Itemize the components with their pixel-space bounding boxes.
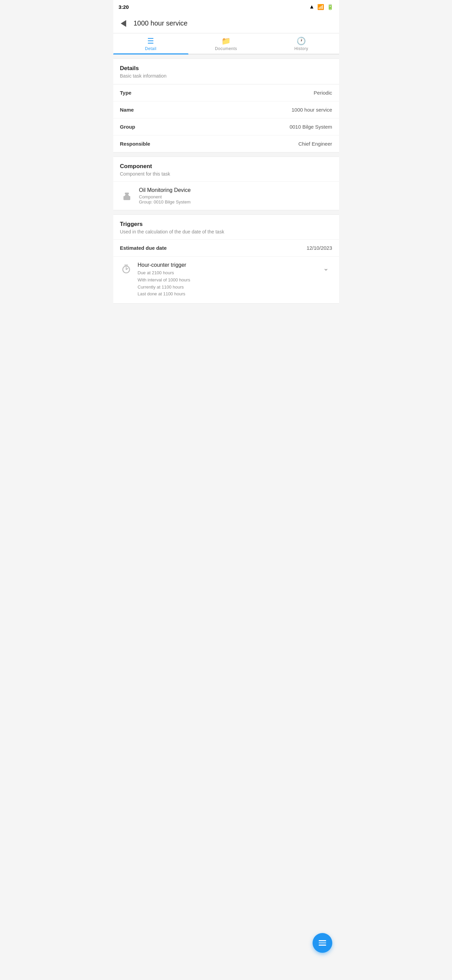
component-title: Component [120,163,332,170]
tab-history[interactable]: 🕐 History [263,33,339,54]
tab-bar: ☰ Detail 📁 Documents 🕐 History [113,33,339,54]
details-section-header: Details Basic task information [113,59,339,84]
due-date-label: Estimated due date [120,245,167,251]
field-responsible-row: Responsible Chief Engineer [113,135,339,152]
field-group-value: 0010 Bilge System [289,124,332,130]
component-group: Group: 0010 Bilge System [139,199,332,205]
field-name-value: 1000 hour service [292,107,332,113]
page-title: 1000 hour service [134,19,188,27]
component-name: Oil Monitoring Device [139,187,332,193]
trigger-item: Hour-counter trigger Due at 2100 hours W… [113,256,339,303]
tab-detail-label: Detail [145,46,157,51]
tab-detail-icon: ☰ [147,37,154,45]
component-info: Oil Monitoring Device Component Group: 0… [139,187,332,205]
field-name-row: Name 1000 hour service [113,102,339,118]
field-type-row: Type Periodic [113,84,339,102]
trigger-name: Hour-counter trigger [138,262,315,268]
field-responsible-label: Responsible [120,141,150,147]
status-time: 3:20 [119,4,129,10]
wifi-icon: ▲ [309,4,315,10]
due-date-row: Estimated due date 12/10/2023 [113,240,339,256]
field-type-value: Periodic [314,90,332,95]
triggers-subtitle: Used in the calculation of the due date … [120,229,332,234]
field-name-label: Name [120,107,134,113]
signal-icon: 📶 [317,4,324,10]
field-group-label: Group [120,124,135,130]
status-icons: ▲ 📶 🔋 [309,4,334,10]
component-puzzle-icon [120,189,134,203]
details-title: Details [120,65,332,72]
triggers-section: Triggers Used in the calculation of the … [113,215,339,304]
triggers-section-header: Triggers Used in the calculation of the … [113,215,339,240]
tab-documents[interactable]: 📁 Documents [189,33,263,54]
triggers-title: Triggers [120,221,332,228]
component-type: Component [139,194,332,199]
tab-documents-icon: 📁 [221,37,231,45]
trigger-detail-1: With interval of 1000 hours [138,277,315,284]
trigger-info: Hour-counter trigger Due at 2100 hours W… [138,262,315,298]
trigger-timer-icon [120,263,132,275]
tab-detail[interactable]: ☰ Detail [113,33,189,54]
trigger-expand-button[interactable]: ⌄ [320,262,332,274]
back-button[interactable] [117,18,130,30]
trigger-detail-3: Last done at 1100 hours [138,291,315,298]
component-item[interactable]: Oil Monitoring Device Component Group: 0… [113,182,339,210]
tab-history-icon: 🕐 [297,37,306,45]
back-arrow-icon [121,20,126,27]
app-bar: 1000 hour service [113,14,339,33]
content-area: Details Basic task information Type Peri… [113,54,339,312]
tab-history-label: History [294,46,308,51]
component-section-header: Component Component for this task [113,157,339,182]
battery-icon: 🔋 [327,4,334,10]
tab-documents-label: Documents [215,46,237,51]
due-date-value: 12/10/2023 [306,245,332,251]
status-bar: 3:20 ▲ 📶 🔋 [113,0,339,14]
details-card: Details Basic task information Type Peri… [113,59,339,153]
component-section: Component Component for this task Oil Mo… [113,156,339,210]
field-type-label: Type [120,90,132,95]
field-responsible-value: Chief Engineer [298,141,332,147]
field-group-row: Group 0010 Bilge System [113,118,339,135]
trigger-detail-0: Due at 2100 hours [138,269,315,277]
details-subtitle: Basic task information [120,73,332,79]
trigger-detail-2: Currently at 1100 hours [138,284,315,291]
component-subtitle: Component for this task [120,171,332,177]
